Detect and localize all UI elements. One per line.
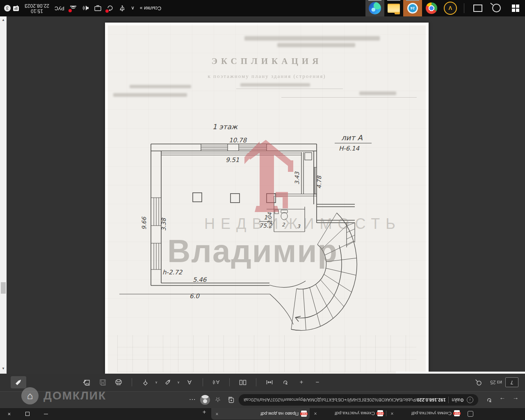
save-button[interactable] bbox=[96, 377, 109, 389]
print-button[interactable] bbox=[112, 377, 125, 389]
file-scheme-label: Файл bbox=[452, 397, 464, 403]
pdf-page: ЭКСПЛИКАЦИЯ к поэтажному плану здания (с… bbox=[105, 23, 429, 374]
save-as-button[interactable] bbox=[80, 377, 93, 389]
tab-title: Схема участка.pdf bbox=[321, 411, 375, 416]
tab-schema-uchastka-2[interactable]: PDF Схема участка.pdf × bbox=[310, 408, 386, 419]
windows-taskbar: V 24 Ссылки » ∧ bbox=[0, 0, 525, 16]
taskbar-app-chrome[interactable] bbox=[422, 0, 441, 16]
window-controls: × bbox=[0, 408, 55, 420]
action-center-button[interactable]: 3 bbox=[4, 5, 19, 12]
sync-alert-badge bbox=[105, 10, 109, 13]
favorites-button[interactable]: ☆ bbox=[212, 395, 223, 405]
scroll-arrow-down-icon[interactable]: ▼ bbox=[0, 365, 7, 372]
profile-avatar[interactable] bbox=[200, 395, 210, 405]
network-tray-icon[interactable] bbox=[70, 5, 77, 11]
pdf-scrollbar[interactable]: ▲ ▼ bbox=[0, 16, 7, 374]
pdf-toolbar-center: − + ↻ A A ∧ ∧ bbox=[80, 377, 324, 389]
tab-title: Схема участка.pdf bbox=[397, 411, 452, 416]
usb-tray-icon[interactable] bbox=[119, 5, 126, 11]
highlight-caret-icon[interactable]: ∧ bbox=[155, 381, 158, 384]
links-toolbar[interactable]: Ссылки » bbox=[140, 5, 161, 11]
new-tab-button[interactable]: + bbox=[199, 409, 210, 416]
taskbar-clock[interactable]: 15:10 22.08.2023 bbox=[25, 3, 49, 14]
pdf-file-icon: PDF bbox=[454, 411, 460, 417]
tab-schema-uchastka-1[interactable]: PDF Схема участка.pdf × bbox=[386, 408, 463, 419]
taskbar-app-explorer[interactable] bbox=[384, 0, 403, 16]
highlight-button[interactable] bbox=[161, 377, 173, 389]
tab-pravo-na-dom-active[interactable]: PDF Право на дом.pdf × bbox=[211, 408, 310, 420]
dim-bottom-inner: 5.46 bbox=[193, 276, 207, 283]
find-in-document-button[interactable] bbox=[472, 377, 484, 389]
windows-logo-icon bbox=[512, 5, 519, 12]
watermark-nedvizhimost: НЕДВИЖИМОСТЬ bbox=[204, 215, 401, 233]
volume-tray-icon[interactable] bbox=[82, 5, 89, 11]
close-icon: × bbox=[8, 411, 11, 417]
display-tray-icon[interactable] bbox=[94, 5, 101, 11]
tab-bar: PDF Схема участка.pdf × PDF Схема участк… bbox=[0, 408, 525, 420]
dim-right-inner: 3.43 bbox=[294, 171, 300, 185]
settings-menu-button[interactable]: ⋯ bbox=[187, 395, 198, 405]
pdf-file-icon: PDF bbox=[377, 411, 383, 417]
zoom-out-button[interactable]: − bbox=[311, 377, 324, 389]
tab-close-icon[interactable]: × bbox=[313, 411, 318, 416]
back-button[interactable]: ← bbox=[510, 395, 521, 405]
page-number-input[interactable]: 7 bbox=[505, 378, 518, 388]
language-indicator[interactable]: РУС bbox=[55, 5, 64, 11]
screen: V 24 Ссылки » ∧ bbox=[0, 0, 525, 420]
edge-icon bbox=[369, 2, 381, 14]
system-tray: Ссылки » ∧ РУС 15:10 22.08.2023 bbox=[0, 0, 169, 16]
draw-button[interactable] bbox=[139, 377, 151, 389]
tab-close-icon[interactable]: × bbox=[389, 411, 395, 416]
app-24-tile: 24 bbox=[403, 0, 422, 16]
tab-actions-button[interactable] bbox=[465, 409, 476, 418]
taskbar-app-24[interactable]: 24 bbox=[403, 0, 422, 16]
notification-icon bbox=[12, 5, 19, 12]
collections-button[interactable] bbox=[226, 395, 236, 405]
pdf-file-icon: PDF bbox=[301, 411, 307, 417]
info-icon[interactable]: i bbox=[467, 397, 473, 403]
add-notes-button[interactable] bbox=[11, 377, 26, 389]
url-host: 192.168.0.220 bbox=[417, 397, 445, 402]
chrome-icon bbox=[426, 2, 437, 14]
taskbar-search-button[interactable] bbox=[487, 0, 506, 16]
zoom-in-button[interactable]: + bbox=[295, 377, 308, 389]
toolbar-separator bbox=[203, 379, 203, 387]
v-app-icon: V bbox=[444, 2, 457, 15]
toolbar-separator bbox=[132, 379, 132, 387]
task-view-button[interactable] bbox=[468, 0, 487, 16]
forward-button[interactable]: → bbox=[497, 395, 508, 405]
rotate-button[interactable]: ↻ bbox=[279, 377, 292, 389]
url-field[interactable]: i Файл 192.168.0.220/Public/БАСКАКОВ%20Е… bbox=[239, 394, 478, 406]
reload-button[interactable]: ↻ bbox=[484, 395, 495, 405]
sync-tray-icon[interactable] bbox=[107, 5, 114, 12]
scroll-arrow-up-icon[interactable]: ▲ bbox=[0, 16, 7, 23]
read-aloud-button[interactable]: A bbox=[210, 377, 222, 389]
svg-text:A: A bbox=[216, 379, 219, 385]
tab-title: Право на дом.pdf bbox=[222, 411, 299, 416]
taskbar-app-v[interactable]: V bbox=[441, 0, 460, 16]
fit-width-icon bbox=[266, 379, 273, 386]
restore-button[interactable] bbox=[18, 408, 37, 420]
printer-icon bbox=[115, 379, 122, 386]
text-options-button[interactable]: A bbox=[183, 377, 196, 389]
taskbar-app-edge[interactable] bbox=[365, 0, 384, 16]
app-24-icon: 24 bbox=[409, 4, 417, 12]
close-window-button[interactable]: × bbox=[0, 408, 18, 420]
dim-top: 10.78 bbox=[229, 137, 247, 144]
tray-expand-button[interactable]: ∧ bbox=[131, 5, 135, 11]
pdf-toolbar: 7 из 25 − + ↻ A A bbox=[0, 374, 525, 392]
collections-icon bbox=[228, 397, 235, 404]
scrollbar-thumb[interactable] bbox=[1, 282, 6, 294]
url-text: 192.168.0.220/Public/БАСКАКОВ%20ЕВГЕНИЙ/… bbox=[244, 397, 446, 402]
page-view-button[interactable] bbox=[237, 377, 249, 389]
tab-close-icon[interactable]: × bbox=[214, 411, 220, 417]
file-explorer-icon bbox=[388, 4, 400, 13]
read-aloud-icon: A bbox=[212, 379, 220, 386]
url-divider bbox=[449, 397, 449, 403]
page-view-icon bbox=[239, 379, 247, 386]
fit-to-width-button[interactable] bbox=[263, 377, 276, 389]
minimize-button[interactable] bbox=[37, 408, 55, 420]
height-mark: Н-6.14 bbox=[339, 145, 360, 152]
text-options-caret-icon[interactable]: ∧ bbox=[177, 381, 180, 384]
start-button[interactable] bbox=[506, 0, 525, 16]
